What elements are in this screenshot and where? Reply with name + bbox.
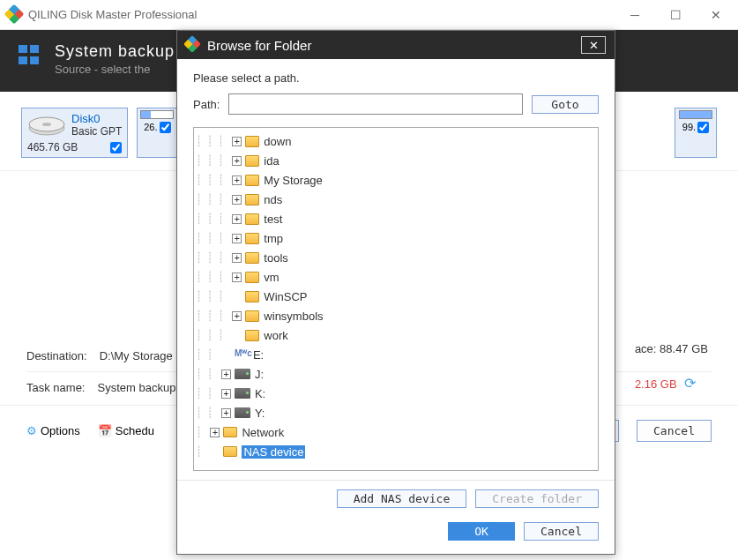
tree-item-label: test	[264, 213, 282, 226]
add-nas-button[interactable]: Add NAS device	[337, 489, 467, 508]
tree-item-label: NAS device	[242, 445, 305, 459]
goto-button[interactable]: Goto	[532, 95, 599, 114]
tree-item-label: Y:	[255, 407, 265, 420]
folder-tree[interactable]: ┊ ┊ ┊ +down┊ ┊ ┊ +ida┊ ┊ ┊ +My Storage┊ …	[193, 127, 599, 471]
tree-item[interactable]: ┊ ┊ ┊ +winsymbols	[196, 306, 596, 325]
expand-icon[interactable]: +	[221, 370, 231, 379]
tree-item-label: My Storage	[264, 174, 322, 187]
dialog-logo-icon	[186, 38, 200, 52]
create-folder-button: Create folder	[475, 489, 599, 508]
drive-icon	[235, 407, 250, 418]
tree-item[interactable]: ┊ ┊ +J:	[196, 364, 596, 384]
tree-item[interactable]: ┊ ┊ ┊ +ida	[196, 151, 596, 170]
expand-icon[interactable]: +	[210, 428, 220, 437]
drive-icon	[235, 369, 250, 379]
tree-item[interactable]: ┊ ┊ ┊ work	[196, 325, 596, 345]
tree-item[interactable]: ┊ ┊ +K:	[196, 384, 596, 403]
expand-icon[interactable]: +	[232, 137, 242, 146]
tree-item-label: Network	[242, 426, 284, 439]
tree-item[interactable]: ┊ ┊ ┊ +down	[196, 131, 596, 151]
folder-icon	[245, 136, 259, 147]
path-input[interactable]	[228, 93, 523, 115]
folder-icon	[245, 310, 259, 322]
tree-item[interactable]: ┊ ┊ ┊ +My Storage	[196, 170, 596, 190]
dialog-close-button[interactable]: ✕	[581, 36, 606, 54]
expand-icon[interactable]: +	[232, 253, 242, 263]
tree-item-label: K:	[255, 387, 265, 400]
folder-icon	[245, 175, 259, 186]
ok-button[interactable]: OK	[448, 522, 515, 541]
tree-item[interactable]: ┊ ┊ ┊ +test	[196, 209, 596, 228]
dialog-prompt: Please select a path.	[193, 71, 599, 85]
drive-icon	[235, 388, 250, 399]
expand-icon[interactable]: +	[232, 175, 242, 185]
dialog-title: Browse for Folder	[207, 38, 311, 53]
network-icon	[223, 427, 237, 438]
tree-item-label: J:	[255, 368, 264, 381]
dvd-icon: Mᵂc	[235, 348, 249, 361]
tree-item[interactable]: ┊ ┊ ┊ +nds	[196, 190, 596, 209]
expand-icon[interactable]: +	[232, 234, 242, 243]
tree-item-label: down	[264, 135, 291, 148]
folder-icon	[245, 272, 259, 283]
expand-icon[interactable]: +	[232, 195, 242, 205]
expand-icon[interactable]	[210, 447, 220, 457]
expand-icon[interactable]: +	[221, 389, 231, 399]
tree-item[interactable]: ┊ +Network	[196, 422, 596, 442]
folder-icon	[245, 252, 259, 264]
tree-item[interactable]: ┊ ┊ +Y:	[196, 403, 596, 422]
expand-icon[interactable]: +	[232, 273, 242, 282]
folder-icon	[245, 291, 259, 302]
tree-item[interactable]: ┊ NAS device	[196, 442, 596, 461]
tree-item-label: winsymbols	[264, 310, 323, 323]
expand-icon[interactable]: +	[232, 156, 242, 166]
tree-item[interactable]: ┊ ┊ ┊ WinSCP	[196, 287, 596, 306]
tree-item-label: tools	[264, 251, 287, 265]
tree-item[interactable]: ┊ ┊ ┊ +tools	[196, 248, 596, 267]
tree-item-label: E:	[253, 348, 264, 362]
expand-icon[interactable]: +	[221, 408, 231, 418]
browse-folder-dialog: Browse for Folder ✕ Please select a path…	[176, 30, 615, 555]
expand-icon[interactable]	[232, 331, 242, 340]
folder-icon	[245, 194, 259, 205]
folder-icon	[245, 233, 259, 244]
tree-item[interactable]: ┊ ┊ ┊ +vm	[196, 267, 596, 287]
tree-item-label: tmp	[264, 232, 283, 245]
cancel-button[interactable]: Cancel	[524, 522, 599, 541]
dialog-titlebar: Browse for Folder ✕	[177, 31, 615, 59]
expand-icon[interactable]: +	[232, 214, 242, 224]
expand-icon[interactable]	[221, 350, 231, 360]
tree-item-label: WinSCP	[264, 290, 307, 303]
folder-icon	[245, 330, 259, 341]
network-icon	[223, 446, 237, 458]
folder-icon	[245, 155, 259, 167]
tree-item[interactable]: ┊ ┊ MᵂcE:	[196, 345, 596, 364]
tree-item-label: vm	[264, 271, 279, 284]
expand-icon[interactable]: +	[232, 311, 242, 321]
expand-icon[interactable]	[232, 292, 242, 302]
tree-item-label: nds	[264, 193, 282, 206]
tree-item[interactable]: ┊ ┊ ┊ +tmp	[196, 228, 596, 248]
tree-item-label: work	[264, 329, 287, 342]
tree-item-label: ida	[264, 154, 279, 168]
folder-icon	[245, 213, 259, 225]
path-label: Path:	[193, 98, 220, 111]
